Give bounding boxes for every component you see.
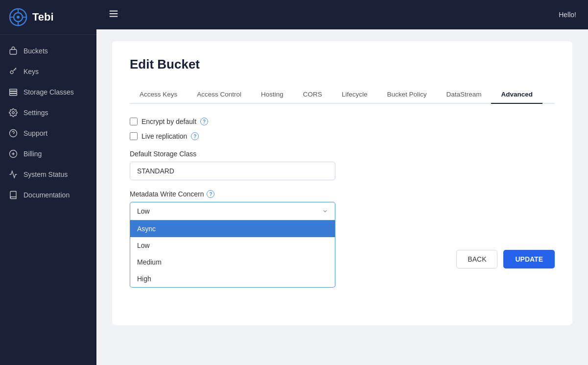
svg-point-13 [10, 130, 17, 137]
live-replication-checkbox[interactable] [130, 132, 138, 140]
sidebar-label-buckets: Buckets [24, 47, 48, 55]
content-area: Edit Bucket Access Keys Access Control H… [96, 29, 588, 365]
encrypt-by-default-row: Encrypt by default ? [130, 118, 555, 125]
billing-icon [9, 149, 18, 158]
svg-rect-10 [10, 92, 17, 94]
metadata-write-concern-help-icon[interactable]: ? [207, 190, 214, 198]
main-area: Hello! Edit Bucket Access Keys Access Co… [96, 0, 588, 365]
sidebar-item-storage-classes[interactable]: Storage Classes [0, 82, 96, 102]
default-storage-class-label: Default Storage Class [130, 150, 555, 158]
svg-rect-9 [10, 89, 17, 91]
metadata-write-concern-wrapper: Low Async Low Medium High [130, 202, 335, 220]
back-button[interactable]: BACK [456, 250, 497, 268]
page-title: Edit Bucket [130, 57, 555, 72]
default-storage-class-wrapper: STANDARD NEARLINE COLDLINE [130, 162, 335, 180]
option-low[interactable]: Low [130, 237, 335, 254]
sidebar-label-keys: Keys [24, 68, 39, 75]
metadata-write-concern-display[interactable]: Low [130, 202, 335, 220]
tab-lifecycle[interactable]: Lifecycle [332, 86, 377, 104]
tab-datastream[interactable]: DataStream [436, 86, 491, 104]
svg-point-2 [17, 16, 20, 19]
docs-icon [9, 191, 18, 199]
svg-point-8 [10, 71, 13, 74]
sidebar-label-storage-classes: Storage Classes [24, 88, 74, 96]
tab-bucket-policy[interactable]: Bucket Policy [377, 86, 436, 104]
encrypt-by-default-checkbox[interactable] [130, 118, 138, 125]
support-icon [9, 129, 18, 138]
sidebar-item-buckets[interactable]: Buckets [0, 41, 96, 61]
sidebar-item-keys[interactable]: Keys [0, 61, 96, 82]
tabs-bar: Access Keys Access Control Hosting CORS … [130, 86, 555, 104]
option-high[interactable]: High [130, 270, 335, 287]
live-replication-help-icon[interactable]: ? [191, 132, 199, 140]
tebi-logo-icon [9, 8, 27, 26]
option-medium[interactable]: Medium [130, 254, 335, 270]
encrypt-help-icon[interactable]: ? [200, 118, 208, 125]
metadata-write-concern-field-label: Metadata Write Concern ? [130, 190, 555, 198]
metadata-write-concern-value: Low [137, 207, 150, 215]
metadata-write-concern-options: Async Low Medium High [130, 220, 335, 288]
sidebar-item-billing[interactable]: Billing [0, 144, 96, 164]
svg-rect-11 [10, 94, 17, 96]
sidebar-nav: Buckets Keys Storage Classes Settings Su… [0, 35, 96, 365]
tab-advanced[interactable]: Advanced [491, 86, 542, 104]
chevron-down-icon [322, 208, 328, 214]
topbar-greeting: Hello! [559, 11, 576, 19]
svg-rect-7 [10, 49, 17, 54]
sidebar-label-documentation: Documentation [24, 191, 70, 199]
hamburger-menu-icon[interactable] [108, 8, 119, 21]
sidebar: Tebi Buckets Keys Storage Classes Settin… [0, 0, 96, 365]
sidebar-item-documentation[interactable]: Documentation [0, 185, 96, 205]
settings-icon [9, 108, 18, 117]
key-icon [9, 67, 18, 76]
sidebar-label-support: Support [24, 129, 47, 137]
sidebar-item-settings[interactable]: Settings [0, 102, 96, 123]
advanced-tab-content: Encrypt by default ? Live replication ? … [130, 118, 555, 268]
default-storage-class-select[interactable]: STANDARD NEARLINE COLDLINE [130, 162, 335, 180]
sidebar-label-billing: Billing [24, 150, 42, 158]
svg-point-12 [12, 112, 15, 114]
tab-access-control[interactable]: Access Control [187, 86, 251, 104]
topbar: Hello! [96, 0, 588, 29]
sidebar-item-support[interactable]: Support [0, 123, 96, 144]
option-async[interactable]: Async [130, 220, 335, 237]
logo-area: Tebi [0, 0, 96, 35]
storage-classes-icon [9, 88, 18, 97]
tab-access-keys[interactable]: Access Keys [130, 86, 187, 104]
sidebar-label-settings: Settings [24, 109, 48, 117]
live-replication-row: Live replication ? [130, 132, 555, 140]
tab-hosting[interactable]: Hosting [251, 86, 293, 104]
edit-bucket-card: Edit Bucket Access Keys Access Control H… [112, 41, 572, 325]
sidebar-label-system-status: System Status [24, 170, 68, 178]
sidebar-item-system-status[interactable]: System Status [0, 164, 96, 185]
system-status-icon [9, 170, 18, 179]
encrypt-by-default-label[interactable]: Encrypt by default [141, 118, 196, 125]
bucket-icon [9, 47, 18, 55]
tab-cors[interactable]: CORS [293, 86, 332, 104]
app-name: Tebi [32, 11, 54, 24]
live-replication-label[interactable]: Live replication [141, 132, 187, 140]
update-button[interactable]: UPDATE [503, 250, 555, 268]
